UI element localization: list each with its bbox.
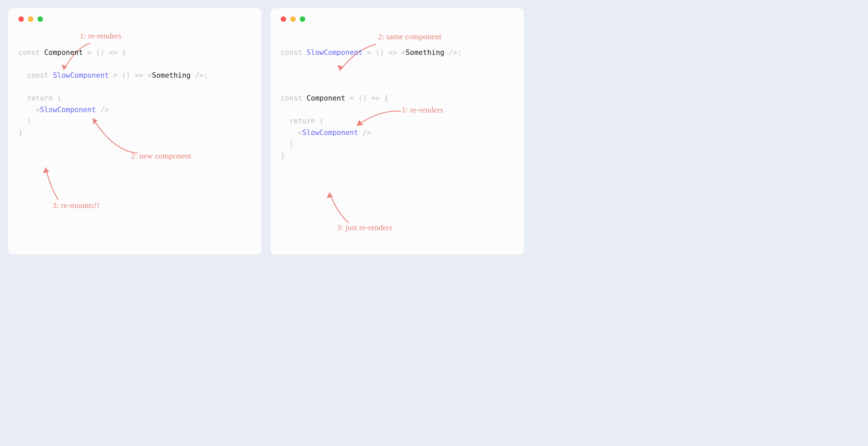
maximize-icon [37, 16, 43, 22]
code-line: <SlowComponent /> [281, 129, 371, 137]
annotation-1: 1: re-renders [80, 31, 121, 41]
code-line: } [281, 151, 285, 160]
close-icon [18, 16, 24, 22]
code-block: const SlowComponent = () => <Something /… [281, 35, 514, 173]
code-line: const SlowComponent = () => <Something /… [18, 71, 208, 79]
code-panel-right: 2: same component const SlowComponent = … [270, 8, 524, 255]
annotation-3: 3: re-mounts!! [52, 201, 99, 210]
code-line: const SlowComponent = () => <Something /… [281, 48, 462, 57]
annotation-3: 3: just re-renders [337, 223, 392, 232]
window-controls [281, 16, 514, 22]
code-line: ) [18, 117, 31, 125]
arrow-icon [40, 162, 70, 203]
code-line: const Component = () => { [18, 48, 126, 57]
window-controls [18, 16, 251, 22]
code-line: } [18, 129, 23, 137]
code-panel-left: 1: re-renders const Component = () => { … [8, 8, 262, 255]
close-icon [281, 16, 286, 22]
code-line: <SlowComponent /> [18, 106, 109, 114]
annotation-1: 1: re-renders [402, 105, 443, 115]
code-line: const Component = () => { [281, 94, 388, 102]
code-line: return ( [18, 94, 61, 102]
code-line: ) [281, 140, 294, 148]
minimize-icon [28, 16, 33, 22]
code-block: const Component = () => { const SlowComp… [18, 35, 251, 150]
maximize-icon [300, 16, 305, 22]
annotation-2: 2: new component [131, 151, 191, 161]
minimize-icon [290, 16, 296, 22]
annotation-2: 2: same component [378, 32, 441, 41]
arrow-icon [323, 187, 357, 226]
code-line: return ( [281, 117, 324, 125]
